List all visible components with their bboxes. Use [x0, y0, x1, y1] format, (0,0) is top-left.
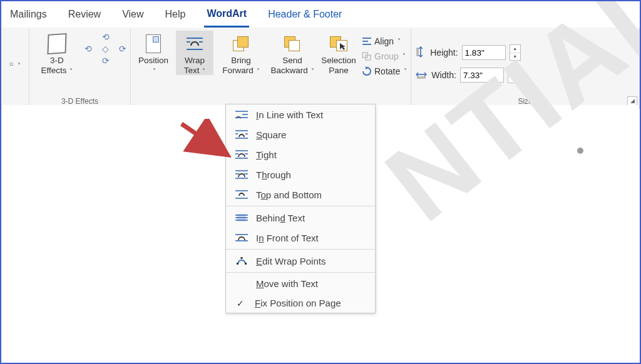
menu-square[interactable]: Square	[226, 124, 375, 144]
cube-icon	[47, 33, 66, 54]
3d-effects-button[interactable]: 3-D Effects ˅	[33, 31, 81, 75]
selection-pane-icon	[330, 36, 347, 51]
group-button[interactable]: Group˅	[361, 49, 407, 63]
align-button[interactable]: Align˅	[361, 34, 407, 48]
editpoints-icon	[235, 255, 249, 266]
wrap-text-button[interactable]: Wrap Text ˅	[176, 31, 213, 75]
height-label: Height:	[430, 48, 458, 58]
tab-view[interactable]: View	[120, 6, 146, 26]
through-icon	[235, 169, 249, 180]
word-window: Mailings Review View Help WordArt Header…	[0, 0, 641, 364]
width-icon	[415, 69, 428, 82]
tilt-up-icon[interactable]: ⟲	[102, 32, 110, 42]
height-icon	[415, 46, 426, 60]
svg-rect-37	[245, 263, 247, 265]
selection-pane-button[interactable]: Selection Pane	[320, 31, 357, 75]
tab-review[interactable]: Review	[66, 6, 103, 26]
menu-tight[interactable]: Tight	[226, 144, 375, 164]
send-backward-icon	[284, 36, 300, 51]
tilt-controls: ⟲ ⟲ ◇ ⟳ ⟳	[85, 31, 126, 66]
position-icon	[146, 34, 161, 53]
tab-wordart[interactable]: WordArt	[204, 6, 249, 28]
rotate-button[interactable]: Rotate˅	[361, 64, 407, 78]
tab-header-footer[interactable]: Header & Footer	[265, 6, 344, 26]
bring-forward-button[interactable]: Bring Forward ˅	[217, 31, 265, 75]
menu-in-front-of-text[interactable]: In Front of Text	[226, 228, 375, 248]
svg-rect-36	[237, 263, 238, 265]
tilt-left-icon[interactable]: ⟲	[85, 44, 92, 54]
send-backward-button[interactable]: Send Backward ˅	[269, 31, 316, 75]
tilt-right-icon[interactable]: ⟳	[119, 44, 126, 54]
align-icon	[361, 36, 372, 46]
watermark-text-2: E	[0, 313, 34, 364]
svg-rect-12	[418, 77, 425, 78]
annotation-arrow	[177, 119, 239, 169]
tilt-center-icon[interactable]: ◇	[102, 44, 109, 54]
group-arrange: Position˅ Wrap Text ˅ Bring Forward ˅ Se…	[131, 28, 411, 108]
menu-inline-with-text[interactable]: IIn Line with Textn Line with Text	[226, 104, 375, 124]
topbottom-icon	[235, 189, 249, 200]
group-icon	[361, 51, 372, 61]
behind-icon	[235, 212, 249, 223]
menu-fix-position[interactable]: ✓ Fix Position on Page	[226, 293, 375, 313]
menu-separator	[226, 272, 375, 273]
svg-rect-38	[241, 257, 243, 259]
tab-mailings[interactable]: Mailings	[8, 6, 49, 26]
bring-forward-icon	[233, 36, 249, 51]
menu-separator	[226, 249, 375, 250]
group-cutoff: ▫ ˅ .	[1, 28, 29, 108]
menu-edit-wrap-points[interactable]: Edit Wrap Points	[226, 251, 375, 271]
menu-behind-text[interactable]: Behind Text	[226, 208, 375, 228]
wrap-text-menu: IIn Line with Textn Line with Text Squar…	[225, 104, 376, 313]
tilt-down-icon[interactable]: ⟳	[102, 56, 110, 66]
menu-separator	[226, 206, 375, 206]
ungroup-icon[interactable]: ▫ ˅	[9, 58, 21, 71]
infront-icon	[235, 232, 249, 243]
menu-top-and-bottom[interactable]: Top and Bottom	[226, 185, 375, 205]
wrap-text-icon	[185, 34, 204, 53]
svg-rect-10	[417, 48, 418, 56]
check-icon: ✓	[233, 298, 247, 308]
tab-help[interactable]: Help	[163, 6, 188, 26]
menu-move-with-text[interactable]: Move with Text	[226, 274, 375, 293]
rotate-icon	[361, 66, 372, 76]
selection-handle[interactable]	[577, 148, 583, 154]
menu-through[interactable]: Through	[226, 164, 375, 185]
position-button[interactable]: Position˅	[135, 31, 172, 75]
group-3d-effects: 3-D Effects ˅ ⟲ ⟲ ◇ ⟳ ⟳ 3-D Effect	[29, 28, 131, 108]
